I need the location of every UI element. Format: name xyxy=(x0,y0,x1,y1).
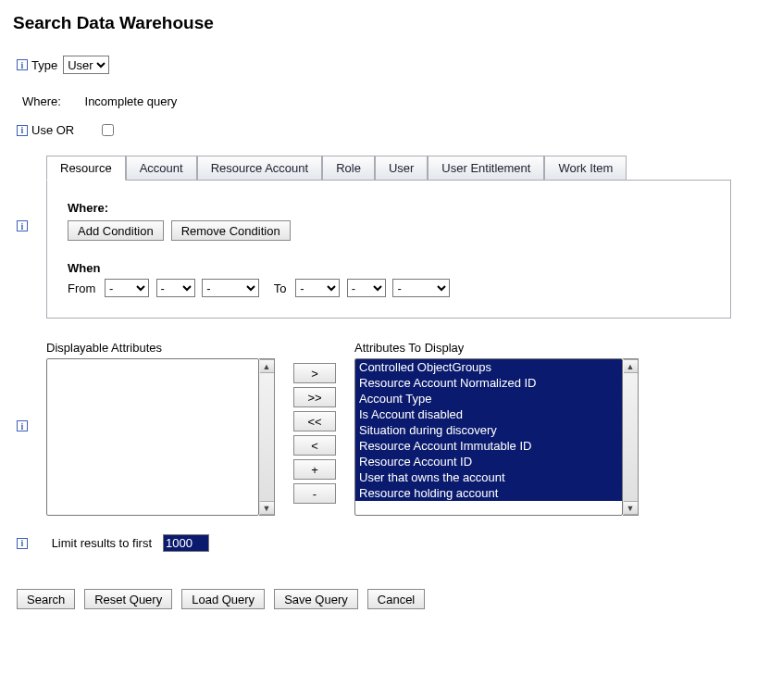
list-item[interactable]: Resource holding account xyxy=(355,485,622,501)
search-button[interactable]: Search xyxy=(17,589,75,609)
list-item[interactable]: Is Account disabled xyxy=(355,406,622,422)
tab-bar: Resource Account Resource Account Role U… xyxy=(46,156,731,181)
from-select-1[interactable]: - xyxy=(105,279,149,297)
list-item[interactable]: Resource Account Immutable ID xyxy=(355,438,622,454)
move-right-button[interactable]: > xyxy=(293,363,336,383)
type-select[interactable]: User xyxy=(63,56,109,74)
info-icon[interactable]: i xyxy=(17,220,28,231)
save-query-button[interactable]: Save Query xyxy=(274,589,358,609)
tab-user[interactable]: User xyxy=(375,156,428,181)
type-label: Type xyxy=(31,58,57,72)
cancel-button[interactable]: Cancel xyxy=(367,589,425,609)
list-item[interactable]: Resource Account ID xyxy=(355,454,622,469)
to-select-3[interactable]: - xyxy=(392,279,450,297)
move-up-button[interactable]: + xyxy=(293,459,336,480)
info-icon[interactable]: i xyxy=(17,125,28,136)
displayable-attrs-label: Displayable Attributes xyxy=(46,341,275,355)
list-item[interactable]: Controlled ObjectGroups xyxy=(355,359,622,375)
tab-work-item[interactable]: Work Item xyxy=(544,156,627,181)
scroll-up-icon[interactable]: ▲ xyxy=(260,359,274,373)
from-select-3[interactable]: - xyxy=(202,279,259,297)
move-all-right-button[interactable]: >> xyxy=(293,387,336,407)
load-query-button[interactable]: Load Query xyxy=(181,589,265,609)
to-select-2[interactable]: - xyxy=(347,279,386,297)
remove-condition-button[interactable]: Remove Condition xyxy=(171,220,291,241)
tab-resource-account[interactable]: Resource Account xyxy=(197,156,323,181)
attrs-to-display-label: Attributes To Display xyxy=(354,341,639,355)
useor-checkbox[interactable] xyxy=(102,124,114,136)
where-status: Incomplete query xyxy=(85,94,178,108)
when-label: When xyxy=(68,261,710,275)
to-select-1[interactable]: - xyxy=(295,279,340,297)
reset-query-button[interactable]: Reset Query xyxy=(84,589,172,609)
where-label: Where: xyxy=(22,94,61,108)
tab-user-entitlement[interactable]: User Entitlement xyxy=(428,156,544,181)
list-item[interactable]: Resource Account Normalized ID xyxy=(355,375,622,391)
move-down-button[interactable]: - xyxy=(293,483,336,504)
useor-label: Use OR xyxy=(31,123,74,137)
page-title: Search Data Warehouse xyxy=(13,13,757,33)
tab-panel: Where: Add Condition Remove Condition Wh… xyxy=(46,180,731,319)
move-left-button[interactable]: < xyxy=(293,435,336,456)
info-icon[interactable]: i xyxy=(17,538,28,549)
info-icon[interactable]: i xyxy=(17,420,28,431)
tab-account[interactable]: Account xyxy=(126,156,197,181)
from-select-2[interactable]: - xyxy=(156,279,195,297)
to-label: To xyxy=(274,281,287,295)
scroll-down-icon[interactable]: ▼ xyxy=(624,501,638,515)
list-item[interactable]: User that owns the account xyxy=(355,469,622,485)
displayable-attrs-listbox[interactable] xyxy=(46,358,259,516)
limit-input[interactable] xyxy=(163,534,209,552)
tab-resource[interactable]: Resource xyxy=(46,156,126,181)
panel-where-label: Where: xyxy=(68,201,710,215)
from-label: From xyxy=(68,281,95,295)
list-item[interactable]: Situation during discovery xyxy=(355,422,622,438)
scroll-down-icon[interactable]: ▼ xyxy=(260,501,274,515)
scrollbar[interactable]: ▲ ▼ xyxy=(623,358,639,516)
attrs-to-display-listbox[interactable]: Controlled ObjectGroupsResource Account … xyxy=(354,358,623,516)
tab-role[interactable]: Role xyxy=(322,156,375,181)
limit-label: Limit results to first xyxy=(31,536,152,551)
add-condition-button[interactable]: Add Condition xyxy=(68,220,164,241)
list-item[interactable]: Account Type xyxy=(355,391,622,406)
scrollbar[interactable]: ▲ ▼ xyxy=(259,358,275,516)
move-all-left-button[interactable]: << xyxy=(293,411,336,431)
info-icon[interactable]: i xyxy=(17,59,28,70)
scroll-up-icon[interactable]: ▲ xyxy=(624,359,638,373)
